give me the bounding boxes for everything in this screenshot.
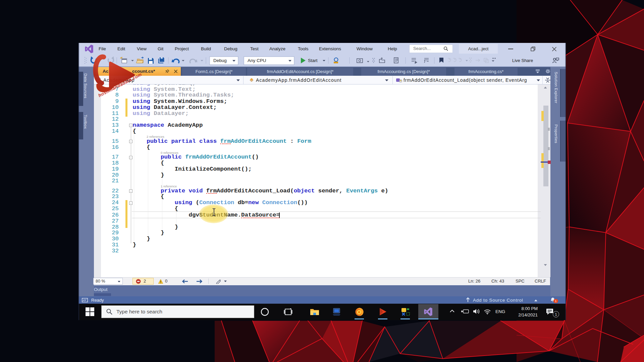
- svg-text:Debug: Debug: [213, 58, 227, 63]
- svg-text:Any CPU: Any CPU: [248, 58, 266, 63]
- svg-text:Start: Start: [308, 58, 318, 63]
